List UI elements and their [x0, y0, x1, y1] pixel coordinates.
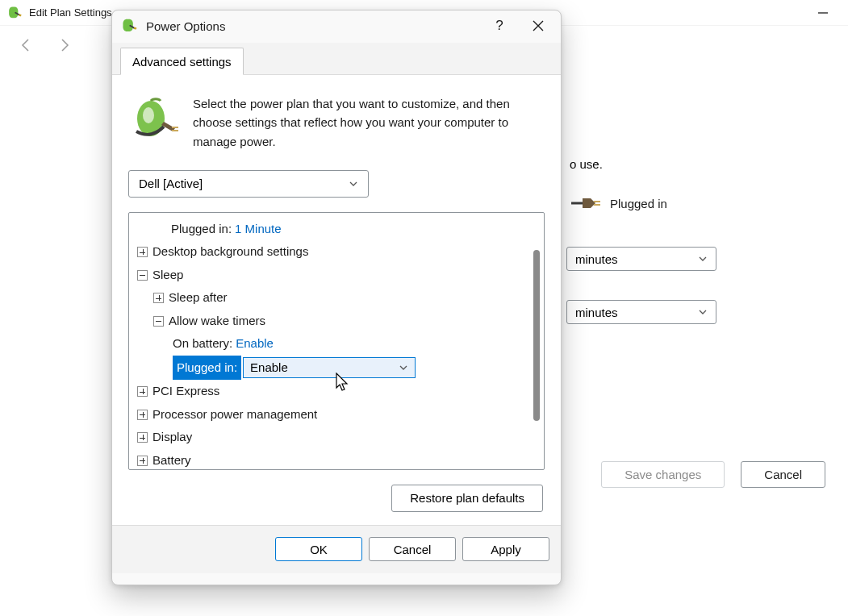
collapse-icon[interactable] — [137, 270, 148, 281]
bg-select-2-value: minutes — [575, 306, 618, 319]
intro-row: Select the power plan that you want to c… — [132, 94, 541, 151]
restore-defaults-button[interactable]: Restore plan defaults — [391, 485, 543, 512]
tree-processor[interactable]: Processor power management — [132, 403, 526, 427]
minimize-button[interactable] — [804, 2, 842, 23]
settings-tree: Plugged in: 1 Minute Desktop background … — [128, 212, 545, 470]
tree-sleep-after[interactable]: Sleep after — [132, 286, 526, 310]
plugged-in-selected-label: Plugged in: — [173, 356, 241, 381]
svg-rect-2 — [594, 204, 600, 206]
tree-pci[interactable]: PCI Express — [132, 380, 526, 403]
expand-icon[interactable] — [137, 247, 148, 257]
dialog-footer: OK Cancel Apply — [112, 525, 561, 573]
close-button[interactable] — [519, 10, 558, 41]
scrollbar-thumb[interactable] — [533, 250, 540, 421]
bg-plugged-label: Plugged in — [610, 197, 667, 210]
tree-plugged-in-top[interactable]: Plugged in: 1 Minute — [132, 218, 526, 241]
battery-plug-icon — [6, 5, 23, 21]
plugged-in-top-value[interactable]: 1 Minute — [235, 218, 282, 241]
dialog-body: Select the power plan that you want to c… — [112, 75, 561, 525]
svg-rect-1 — [594, 201, 600, 202]
tree-battery[interactable]: Battery — [132, 449, 526, 469]
ok-button[interactable]: OK — [275, 537, 362, 561]
chevron-down-icon — [349, 179, 358, 189]
bg-use-text: o use. — [570, 157, 603, 171]
nav-back-icon[interactable] — [18, 37, 34, 53]
tree-scrollbar[interactable] — [529, 213, 544, 469]
tree-desktop-bg[interactable]: Desktop background settings — [132, 240, 526, 264]
tree-plugged-selected[interactable]: Plugged in: Enable — [132, 356, 526, 381]
battery-large-icon — [132, 94, 180, 143]
bg-select-1-value: minutes — [575, 252, 618, 266]
apply-button[interactable]: Apply — [462, 537, 549, 561]
plugged-in-combo[interactable]: Enable — [243, 357, 416, 378]
expand-icon[interactable] — [137, 410, 148, 420]
dialog-titlebar: Power Options ? — [112, 10, 561, 41]
bg-window-title: Edit Plan Settings — [29, 6, 112, 19]
nav-forward-icon[interactable] — [56, 37, 73, 53]
svg-rect-5 — [172, 127, 178, 128]
dialog-title: Power Options — [146, 19, 225, 33]
svg-rect-6 — [172, 130, 178, 131]
power-plan-value: Dell [Active] — [139, 177, 203, 190]
power-options-icon — [120, 17, 138, 35]
cancel-button[interactable]: Cancel — [369, 537, 456, 561]
expand-icon[interactable] — [137, 386, 148, 397]
power-options-dialog: Power Options ? Advanced settings — [111, 10, 562, 585]
chevron-down-icon — [399, 363, 408, 373]
tree-on-battery[interactable]: On battery: Enable — [132, 332, 526, 356]
tab-advanced-settings[interactable]: Advanced settings — [120, 48, 244, 75]
bg-sleep-select-1[interactable]: minutes — [566, 247, 716, 271]
bg-sleep-select-2[interactable]: minutes — [566, 300, 716, 324]
tab-strip: Advanced settings — [112, 43, 561, 75]
help-button[interactable]: ? — [480, 10, 519, 41]
tree-allow-wake[interactable]: Allow wake timers — [132, 310, 526, 333]
bg-cancel-button[interactable]: Cancel — [741, 461, 825, 488]
tree-display[interactable]: Display — [132, 426, 526, 449]
intro-text: Select the power plan that you want to c… — [193, 94, 541, 151]
bg-plugged-header: Plugged in — [570, 194, 667, 213]
expand-icon[interactable] — [153, 293, 164, 303]
plugged-in-combo-value: Enable — [250, 356, 288, 380]
expand-icon[interactable] — [137, 432, 148, 443]
plug-icon — [570, 194, 602, 213]
expand-icon[interactable] — [137, 456, 148, 466]
save-changes-button[interactable]: Save changes — [601, 461, 725, 488]
tree-sleep[interactable]: Sleep — [132, 264, 526, 287]
collapse-icon[interactable] — [153, 316, 164, 327]
svg-point-4 — [143, 107, 154, 123]
power-plan-select[interactable]: Dell [Active] — [128, 170, 369, 198]
on-battery-value[interactable]: Enable — [236, 332, 274, 356]
